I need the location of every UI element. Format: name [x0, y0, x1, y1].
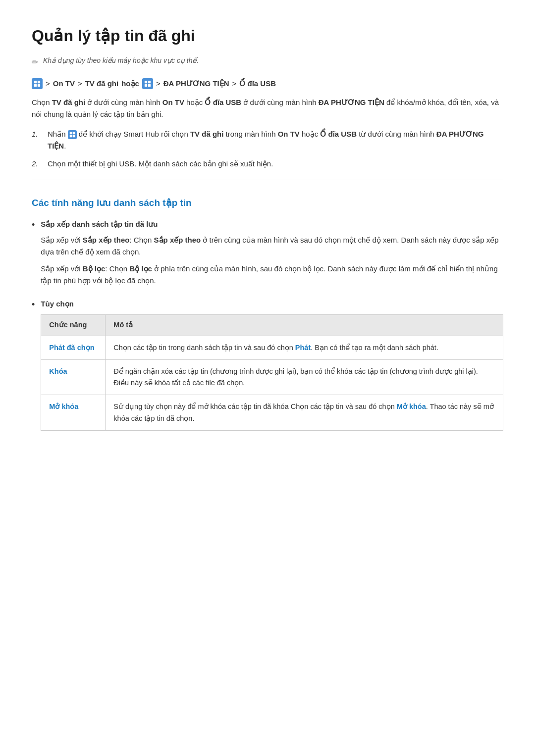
func-khoa: Khóa [41, 359, 106, 395]
nav-sep-2: > [78, 78, 82, 90]
desc-khoa: Để ngăn chặn xóa các tập tin (chương trì… [106, 359, 503, 395]
svg-rect-4 [145, 81, 147, 83]
svg-rect-5 [148, 81, 151, 83]
steps-list: 1. Nhấn để khởi chạy Smart Hub rồi chọn … [32, 128, 503, 170]
bullet-dot-1: • [32, 219, 35, 292]
main-desc-tv-da-ghi: TV đã ghi [52, 98, 86, 106]
svg-rect-1 [38, 81, 40, 83]
desc-phat: Chọn các tập tin trong danh sách tập tin… [106, 336, 503, 359]
sort-label: Sắp xếp danh sách tập tin đã lưu [41, 219, 503, 230]
step-1-tv-da-ghi: TV đã ghi [190, 130, 224, 138]
main-desc-on-tv: On TV [162, 98, 184, 106]
step-1-on-tv: On TV [278, 130, 300, 138]
options-label: Tùy chọn [41, 299, 503, 310]
bo-loc-bold-1: Bộ lọc [83, 264, 106, 273]
sort-para-2: Sắp xếp với Bộ lọc: Chọn Bộ lọc ở phía t… [41, 263, 503, 287]
bo-loc-bold-2: Bộ lọc [129, 264, 152, 273]
nav-sep-3: > [156, 78, 160, 90]
bullet-dot-2: • [32, 299, 35, 431]
nav-tv-da-ghi: TV đã ghi [85, 78, 119, 90]
desc-mo-khoa: Sử dụng tùy chọn này để mở khóa các tập … [106, 395, 503, 430]
note-text: Khả dụng tùy theo kiểu máy hoặc khu vực … [43, 55, 199, 66]
svg-rect-6 [145, 84, 147, 87]
sap-xep-theo-bold-1: Sắp xếp theo [83, 236, 130, 244]
phat-bold: Phát [295, 344, 311, 352]
nav-or: hoặc [121, 78, 139, 90]
note-row: ✏ Khả dụng tùy theo kiểu máy hoặc khu vự… [32, 55, 503, 68]
nav-o-dia-usb: Ổ đĩa USB [239, 78, 276, 90]
section-divider [32, 180, 503, 180]
step-1-num: 1. [32, 128, 42, 152]
smart-hub-icon-2 [142, 78, 153, 89]
feature-options-content: Tùy chọn Chức năng Mô tả Phát đã chọn Ch… [41, 299, 503, 431]
col-header-func: Chức năng [41, 315, 106, 336]
col-header-desc: Mô tả [106, 315, 503, 336]
features-list: • Sắp xếp danh sách tập tin đã lưu Sắp x… [32, 219, 503, 431]
smart-hub-icon-1 [32, 78, 43, 89]
step-1: 1. Nhấn để khởi chạy Smart Hub rồi chọn … [32, 128, 503, 152]
main-desc-da-phuong-tien: ĐA PHƯƠNG TIỆN [319, 98, 384, 106]
nav-path: > On TV > TV đã ghi hoặc > ĐA PHƯƠNG TIỆ… [32, 78, 503, 90]
table-row-khoa: Khóa Để ngăn chặn xóa các tập tin (chươn… [41, 359, 503, 395]
nav-on-tv: On TV [53, 78, 75, 90]
nav-sep-4: > [232, 78, 237, 90]
section-title: Các tính năng lưu danh sách tập tin [32, 196, 503, 210]
main-description: Chọn TV đã ghi ở dưới cùng màn hình On T… [32, 97, 503, 120]
nav-sep-1: > [46, 78, 50, 90]
feature-options: • Tùy chọn Chức năng Mô tả Phát đã chọn … [32, 299, 503, 431]
svg-rect-0 [34, 81, 37, 83]
step-2-num: 2. [32, 158, 42, 170]
step-2-text: Chọn một thiết bị ghi USB. Một danh sách… [48, 158, 273, 170]
svg-rect-3 [38, 84, 40, 87]
svg-rect-2 [34, 84, 37, 87]
sort-para-1: Sắp xếp với Sắp xếp theo: Chọn Sắp xếp t… [41, 234, 503, 258]
svg-rect-7 [148, 84, 151, 87]
feature-sort-content: Sắp xếp danh sách tập tin đã lưu Sắp xếp… [41, 219, 503, 292]
table-header-row: Chức năng Mô tả [41, 315, 503, 336]
pencil-icon: ✏ [32, 56, 38, 68]
feature-sort: • Sắp xếp danh sách tập tin đã lưu Sắp x… [32, 219, 503, 292]
func-phat: Phát đã chọn [41, 336, 106, 359]
step-2: 2. Chọn một thiết bị ghi USB. Một danh s… [32, 158, 503, 170]
sap-xep-theo-bold-2: Sắp xếp theo [154, 236, 201, 244]
svg-rect-11 [72, 135, 75, 137]
options-table: Chức năng Mô tả Phát đã chọn Chọn các tậ… [41, 314, 503, 431]
svg-rect-8 [69, 132, 72, 134]
mo-khoa-bold: Mở khóa [397, 403, 426, 410]
step-1-o-dia-usb: Ổ đĩa USB [320, 130, 357, 138]
func-mo-khoa: Mở khóa [41, 395, 106, 430]
svg-rect-10 [69, 135, 72, 137]
step-1-text: Nhấn để khởi chạy Smart Hub rồi chọn TV … [48, 128, 503, 152]
table-row-phat: Phát đã chọn Chọn các tập tin trong danh… [41, 336, 503, 359]
table-row-mo-khoa: Mở khóa Sử dụng tùy chọn này để mở khóa … [41, 395, 503, 430]
nav-da-phuong-tien: ĐA PHƯƠNG TIỆN [163, 78, 229, 90]
smart-hub-icon-inline [68, 130, 77, 139]
svg-rect-9 [72, 132, 75, 134]
main-desc-o-dia-usb: Ổ đĩa USB [205, 98, 241, 106]
page-title: Quản lý tập tin đã ghi [32, 24, 503, 48]
step-1-da-phuong-tien: ĐA PHƯƠNG TIỆN [48, 130, 483, 150]
